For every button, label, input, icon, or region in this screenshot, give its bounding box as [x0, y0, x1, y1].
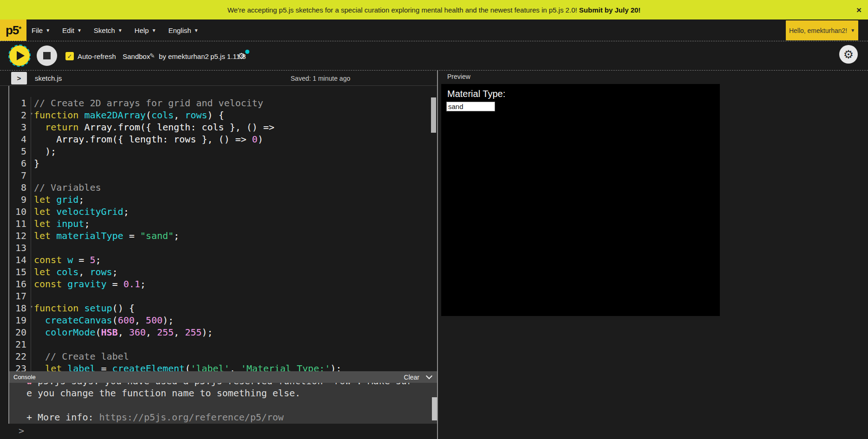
sketch-canvas[interactable]: Material Type:	[441, 84, 720, 316]
console-message-line: e you change the function name to someth…	[26, 387, 437, 399]
material-type-label: Material Type:	[447, 89, 505, 99]
code-line: 23 let label = createElement('label', 'M…	[9, 362, 428, 371]
saved-status: Saved: 1 minute ago	[274, 71, 367, 86]
console-reference-link[interactable]: https://p5js.org/reference/p5/row	[99, 412, 284, 423]
code-line: 5 );	[9, 145, 428, 157]
sidebar-toggle-button[interactable]: >	[11, 72, 27, 84]
line-number: 2▾	[9, 109, 31, 121]
console-prompt[interactable]: >	[19, 425, 24, 436]
code-text: );	[31, 145, 56, 157]
console-collapse-chevron-icon[interactable]	[426, 373, 432, 379]
tab-sketch-js[interactable]: sketch.js	[35, 71, 62, 86]
code-line: 22 // Create label	[9, 350, 428, 362]
chevron-down-icon: ▼	[151, 28, 156, 33]
close-icon[interactable]: ×	[856, 6, 861, 14]
navbar: p5* File▼Edit▼Sketch▼Help▼English▼ Hello…	[0, 19, 868, 41]
chevron-down-icon: ▼	[194, 28, 199, 33]
menu-edit[interactable]: Edit▼	[62, 26, 82, 34]
version-settings-gear-icon[interactable]: ⚙	[238, 51, 245, 61]
preview-panel: Preview Material Type:	[438, 71, 868, 439]
line-number: 17	[9, 290, 31, 302]
code-text: function make2DArray(cols, rows) {	[31, 109, 224, 121]
code-text: let materialType = "sand";	[31, 230, 179, 242]
code-line: 21	[9, 338, 428, 350]
flower-icon: ✿	[26, 383, 38, 387]
console-clear-button[interactable]: Clear	[404, 374, 419, 381]
fold-arrow-icon[interactable]: ▾	[30, 111, 33, 116]
material-type-input[interactable]	[446, 102, 495, 111]
console-scrollbar[interactable]	[432, 397, 437, 420]
console-output: ✿ p5.js says: you have used a p5.js rese…	[9, 383, 437, 424]
line-number: 10	[9, 206, 31, 218]
code-line: 3 return Array.from({ length: cols }, ()…	[9, 121, 428, 133]
code-text	[31, 169, 34, 181]
menu-sketch[interactable]: Sketch▼	[94, 26, 123, 34]
menu-english[interactable]: English▼	[168, 26, 198, 34]
line-number: 20	[9, 326, 31, 338]
stop-button[interactable]	[37, 45, 57, 66]
line-number: 6	[9, 157, 31, 169]
code-line: 6}	[9, 157, 428, 169]
editor-scrollbar[interactable]	[431, 97, 436, 133]
menu-label: Help	[135, 26, 149, 34]
console-panel: Console Clear ✿ p5.js says: you have use…	[9, 371, 437, 424]
promo-banner-text: We're accepting p5.js sketches for a spe…	[228, 6, 641, 14]
code-line: 2▾function make2DArray(cols, rows) {	[9, 109, 428, 121]
menu-file[interactable]: File▼	[32, 26, 50, 34]
line-number: 1	[9, 97, 31, 109]
line-number: 21	[9, 338, 31, 350]
line-number: 16	[9, 278, 31, 290]
code-text: // Create label	[31, 350, 129, 362]
fold-arrow-icon[interactable]: ▾	[30, 304, 33, 309]
console-message-line	[26, 399, 437, 411]
line-number: 19	[9, 314, 31, 326]
code-text: let input;	[31, 218, 90, 230]
line-number: 7	[9, 169, 31, 181]
code-text: function setup() {	[31, 302, 135, 314]
account-button[interactable]: Hello, emekturhan2!▼	[786, 20, 858, 40]
code-line: 17	[9, 290, 428, 302]
code-text	[31, 242, 34, 254]
settings-gear-button[interactable]: ⚙	[839, 45, 858, 64]
code-text: const gravity = 0.1;	[31, 278, 146, 290]
preview-title: Preview	[447, 73, 470, 80]
menu-label: English	[168, 26, 191, 34]
console-header: Console Clear	[9, 371, 437, 383]
code-line: 14const w = 5;	[9, 254, 428, 266]
play-icon	[17, 51, 25, 60]
code-text: Array.from({ length: rows }, () => 0)	[31, 133, 263, 145]
auto-refresh-checkbox[interactable]: ✓	[65, 52, 74, 60]
line-number: 3	[9, 121, 31, 133]
line-number: 4	[9, 133, 31, 145]
menu-bar: File▼Edit▼Sketch▼Help▼English▼	[32, 19, 198, 41]
code-line: 12let materialType = "sand";	[9, 230, 428, 242]
chevron-down-icon: ▼	[46, 28, 50, 33]
editor-tabbar: > sketch.js Saved: 1 minute ago	[0, 71, 437, 86]
code-editor[interactable]: 1// Create 2D arrays for grid and veloci…	[9, 86, 428, 371]
line-number: 9	[9, 194, 31, 206]
code-line: 13	[9, 242, 428, 254]
menu-help[interactable]: Help▼	[135, 26, 157, 34]
p5-logo[interactable]: p5*	[0, 19, 26, 41]
console-text: p5.js says: you have used a p5.js reserv…	[38, 383, 412, 387]
console-message-line: ✿ p5.js says: you have used a p5.js rese…	[26, 383, 437, 387]
menu-label: File	[32, 26, 43, 34]
chevron-down-icon: ▼	[118, 28, 123, 33]
menu-label: Edit	[62, 26, 74, 34]
auto-refresh-label[interactable]: Auto-refresh	[78, 52, 116, 60]
chevron-down-icon: ▼	[850, 28, 855, 33]
promo-banner-text-bold[interactable]: Submit by July 20!	[579, 6, 641, 14]
line-number: 23	[9, 362, 31, 371]
main-content: > sketch.js Saved: 1 minute ago 1// Crea…	[0, 71, 868, 439]
code-text: createCanvas(600, 500);	[31, 314, 174, 326]
play-button[interactable]	[9, 45, 30, 66]
code-line: 10let velocityGrid;	[9, 206, 428, 218]
code-text: let cols, rows;	[31, 266, 118, 278]
edit-project-name-icon[interactable]: ✎	[150, 52, 155, 59]
code-line: 1// Create 2D arrays for grid and veloci…	[9, 97, 428, 109]
line-number: 15	[9, 266, 31, 278]
code-line: 19 createCanvas(600, 500);	[9, 314, 428, 326]
project-name: Sandbox	[123, 52, 150, 60]
stop-icon	[43, 52, 51, 59]
code-text: let grid;	[31, 194, 84, 206]
